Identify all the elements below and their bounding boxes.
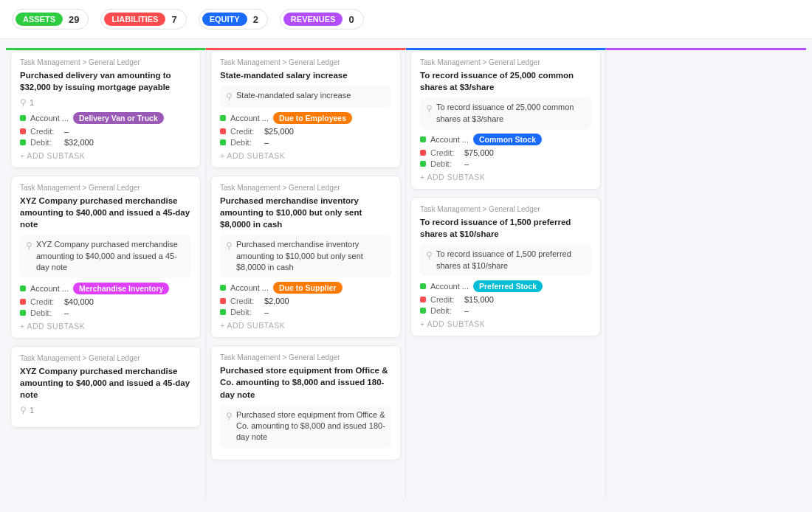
credit-dot: [20, 128, 26, 134]
credit-value: $75,000: [464, 148, 494, 157]
card-assets-0: Task Management > General Ledger Purchas…: [10, 50, 201, 168]
debit-row: Debit: –: [20, 308, 191, 317]
subtask-item: ⚲ Purchased merchandise inventory amount…: [220, 235, 391, 277]
account-label: Account ...: [430, 282, 469, 291]
debit-dot: [220, 309, 226, 315]
card-title: Purchased merchandise inventory amountin…: [220, 195, 391, 230]
subtask-count-value: 1: [30, 406, 34, 415]
account-label: Account ...: [30, 284, 69, 293]
account-tag[interactable]: Preferred Stock: [473, 280, 543, 292]
subtask-text: Purchased store equipment from Office & …: [236, 409, 385, 443]
debit-value: $32,000: [64, 138, 94, 147]
debit-label: Debit:: [230, 308, 260, 316]
account-tag[interactable]: Due to Supplier: [273, 282, 343, 294]
credit-row: Credit: $40,000: [20, 297, 191, 306]
column-equity: Task Management > General Ledger To reco…: [406, 48, 606, 498]
account-row: Account ... Merchandise Inventory: [20, 283, 191, 294]
debit-label: Debit:: [230, 138, 260, 147]
debit-dot: [20, 310, 26, 316]
credit-value: $40,000: [64, 297, 94, 306]
account-row: Account ... Delivery Van or Truck: [20, 112, 191, 124]
card-title: To record issuance of 25,000 common shar…: [420, 69, 591, 93]
debit-label: Debit:: [430, 306, 460, 315]
card-title: State-mandated salary increase: [220, 69, 391, 81]
subtask-item: ⚲ To record issuance of 1,500 preferred …: [420, 244, 591, 276]
add-subtask-button[interactable]: + ADD SUBTASK: [420, 173, 591, 181]
columns-container: Task Management > General Ledger Purchas…: [0, 39, 812, 507]
account-row: Account ... Preferred Stock: [420, 280, 591, 292]
account-tag[interactable]: Delivery Van or Truck: [73, 112, 164, 124]
category-count-revenues: 0: [348, 14, 354, 25]
credit-dot: [220, 298, 226, 304]
account-label: Account ...: [430, 135, 469, 144]
add-subtask-button[interactable]: + ADD SUBTASK: [220, 321, 391, 330]
debit-label: Debit:: [430, 159, 460, 168]
subtask-count: ⚲ 1: [20, 405, 191, 415]
add-subtask-button[interactable]: + ADD SUBTASK: [220, 151, 391, 160]
subtask-icon: ⚲: [226, 410, 233, 423]
category-count-assets: 29: [69, 14, 79, 25]
debit-value: –: [64, 308, 69, 317]
account-row: Account ... Due to Employees: [220, 112, 391, 124]
top-bar: ASSETS 29 LIABILITIES 7 EQUITY 2 REVENUE…: [0, 0, 812, 39]
subtask-text: XYZ Company purchased merchandise amount…: [36, 239, 185, 273]
subtask-text: Purchased merchandise inventory amountin…: [236, 239, 385, 273]
debit-row: Debit: –: [420, 306, 591, 315]
subtask-item: ⚲ XYZ Company purchased merchandise amou…: [20, 235, 191, 277]
account-tag[interactable]: Common Stock: [473, 134, 542, 145]
add-subtask-button[interactable]: + ADD SUBTASK: [20, 151, 191, 160]
account-dot: [420, 283, 426, 289]
column-revenues: [606, 48, 806, 498]
card-title: Purchased delivery van amounting to $32,…: [20, 69, 191, 93]
category-pill-assets[interactable]: ASSETS 29: [12, 9, 89, 30]
account-tag[interactable]: Due to Employees: [273, 112, 352, 124]
account-label: Account ...: [230, 283, 269, 292]
debit-value: –: [464, 306, 469, 315]
category-pill-equity[interactable]: EQUITY 2: [199, 9, 268, 30]
card-breadcrumb: Task Management > General Ledger: [420, 205, 591, 213]
credit-label: Credit:: [230, 127, 260, 136]
debit-value: –: [464, 159, 469, 168]
add-subtask-button[interactable]: + ADD SUBTASK: [420, 319, 591, 328]
debit-value: –: [264, 308, 269, 316]
card-equity-0: Task Management > General Ledger To reco…: [410, 50, 601, 190]
subtask-text: State-mandated salary increase: [236, 90, 351, 101]
subtask-count-icon: ⚲: [20, 405, 27, 415]
subtask-icon: ⚲: [226, 91, 233, 103]
card-breadcrumb: Task Management > General Ledger: [220, 184, 391, 192]
category-pill-revenues[interactable]: REVENUES 0: [280, 9, 364, 30]
card-liabilities-0: Task Management > General Ledger State-m…: [210, 50, 401, 168]
category-badge-equity: EQUITY: [202, 13, 247, 26]
category-badge-assets: ASSETS: [16, 13, 63, 26]
card-assets-2: Task Management > General Ledger XYZ Com…: [10, 346, 201, 428]
debit-dot: [420, 161, 426, 167]
credit-value: $25,000: [264, 127, 294, 136]
account-row: Account ... Due to Supplier: [220, 282, 391, 294]
category-pill-liabilities[interactable]: LIABILITIES 7: [100, 9, 186, 30]
card-liabilities-2: Task Management > General Ledger Purchas…: [210, 345, 401, 460]
card-title: XYZ Company purchased merchandise amount…: [20, 365, 191, 401]
debit-dot: [420, 308, 426, 314]
category-count-liabilities: 7: [171, 14, 176, 25]
account-dot: [420, 136, 426, 142]
card-breadcrumb: Task Management > General Ledger: [220, 353, 391, 361]
credit-label: Credit:: [30, 297, 60, 306]
debit-row: Debit: $32,000: [20, 138, 191, 147]
subtask-item: ⚲ Purchased store equipment from Office …: [220, 405, 391, 448]
credit-row: Credit: –: [20, 127, 191, 136]
credit-value: $2,000: [264, 297, 289, 305]
subtask-item: ⚲ To record issuance of 25,000 common sh…: [420, 97, 591, 129]
column-assets: Task Management > General Ledger Purchas…: [6, 48, 206, 498]
account-tag[interactable]: Merchandise Inventory: [73, 283, 169, 294]
card-assets-1: Task Management > General Ledger XYZ Com…: [10, 176, 201, 338]
subtask-icon: ⚲: [426, 103, 433, 115]
add-subtask-button[interactable]: + ADD SUBTASK: [20, 322, 191, 331]
subtask-icon: ⚲: [226, 240, 233, 252]
subtask-icon: ⚲: [426, 249, 433, 262]
card-breadcrumb: Task Management > General Ledger: [420, 58, 591, 66]
subtask-icon: ⚲: [26, 240, 32, 252]
debit-row: Debit: –: [420, 159, 591, 168]
category-count-equity: 2: [253, 14, 258, 25]
card-title: Purchased store equipment from Office & …: [220, 364, 391, 400]
subtask-count-icon: ⚲: [20, 97, 27, 108]
